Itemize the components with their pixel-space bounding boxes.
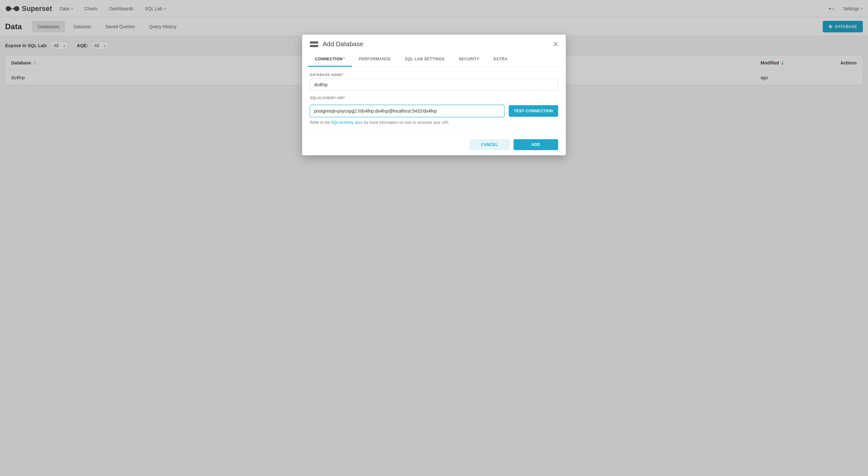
nav-settings[interactable]: Settings ▾ [843,6,863,11]
filter-aqe-select[interactable]: All ▾ [91,41,109,50]
uri-label: SQLALCHEMY URI* [310,96,558,100]
database-icon [310,41,318,47]
uri-hint: Refer to the SQLAlchemy docs for more in… [310,120,558,125]
filter-expose-select[interactable]: All ▾ [51,41,68,50]
chevron-down-icon: ▾ [861,7,863,10]
filter-aqe: AQE: All ▾ [77,41,109,50]
top-nav: Superset Data ▾ Charts Dashboards SQL La… [0,0,868,17]
superset-logo-icon [5,5,20,12]
brand-name: Superset [22,4,52,13]
chevron-down-icon: ▾ [832,7,834,11]
col-modified-header[interactable]: Modified ▲▼ [761,60,818,65]
tab-performance[interactable]: PERFORMANCE [352,52,398,67]
modal-header: Add Database × [302,35,566,52]
tab-security[interactable]: SECURITY [452,52,487,67]
test-connection-button[interactable]: TEST CONNECTION [509,105,558,117]
tab-sql-lab-settings[interactable]: SQL LAB SETTINGS [398,52,452,67]
nav-right: + ▾ Settings ▾ [829,6,863,11]
db-name-label: DATABASE NAME* [310,73,558,77]
db-name-input[interactable] [310,78,558,91]
tab-connection[interactable]: CONNECTION* [308,52,352,67]
modal-title: Add Database [323,40,364,48]
cell-modified: ago [761,75,818,80]
nav-sql-lab[interactable]: SQL Lab ▾ [145,6,166,11]
add-database-button[interactable]: ✚ DATABASE [823,21,863,32]
sort-icon: ▲▼ [781,60,784,65]
nav-data[interactable]: Data ▾ [60,6,73,11]
svg-rect-1 [310,45,318,47]
sub-header: Data Databases Datasets Saved Queries Qu… [0,17,868,36]
svg-rect-0 [310,41,318,43]
tab-extra[interactable]: EXTRA [487,52,515,67]
chevron-down-icon: ▾ [104,44,105,48]
nav-dashboards[interactable]: Dashboards [109,6,133,11]
page-title: Data [5,22,22,31]
tab-query-history[interactable]: Query History [144,21,183,32]
sort-icon: ▲▼ [33,60,36,65]
chevron-down-icon: ▾ [63,44,65,48]
filter-expose: Expose in SQL Lab: All ▾ [5,41,68,50]
plus-icon: + [829,6,831,11]
tab-saved-queries[interactable]: Saved Queries [99,21,141,32]
modal-tabs: CONNECTION* PERFORMANCE SQL LAB SETTINGS… [302,52,566,67]
chevron-down-icon: ▾ [71,7,73,10]
add-button[interactable]: ADD [514,139,558,150]
tab-datasets[interactable]: Datasets [68,21,97,32]
close-icon[interactable]: × [553,41,558,47]
chevron-down-icon: ▾ [164,7,166,10]
brand[interactable]: Superset [5,4,52,13]
modal-body: DATABASE NAME* SQLALCHEMY URI* TEST CONN… [302,67,566,134]
sub-tabs: Databases Datasets Saved Queries Query H… [32,21,182,32]
tab-databases[interactable]: Databases [32,21,65,32]
col-actions-header: Actions [818,60,857,65]
sqlalchemy-docs-link[interactable]: SQLAlchemy docs [331,120,363,125]
nav-charts[interactable]: Charts [84,6,97,11]
cancel-button[interactable]: CANCEL [470,139,510,150]
nav-items: Data ▾ Charts Dashboards SQL Lab ▾ [60,6,166,11]
sqlalchemy-uri-input[interactable] [310,105,504,117]
plus-icon: ✚ [829,24,833,29]
modal-footer: CANCEL ADD [302,134,566,155]
add-menu[interactable]: + ▾ [829,6,834,11]
add-database-modal: Add Database × CONNECTION* PERFORMANCE S… [302,35,566,155]
